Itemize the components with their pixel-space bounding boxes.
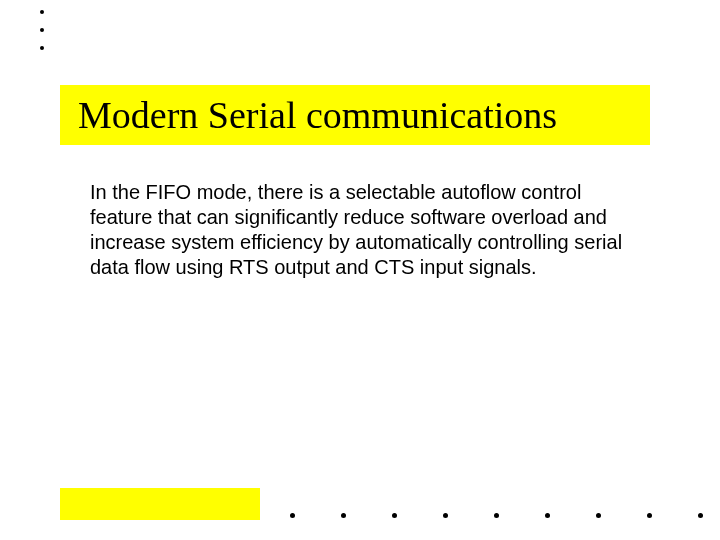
dot-icon: [494, 513, 499, 518]
slide-title: Modern Serial communications: [78, 93, 557, 137]
dot-icon: [290, 513, 295, 518]
title-highlight-bar: Modern Serial communications: [60, 85, 650, 145]
bottom-decorative-dots: [290, 513, 703, 518]
dot-icon: [545, 513, 550, 518]
dot-icon: [40, 46, 44, 50]
dot-icon: [647, 513, 652, 518]
bottom-highlight-bar: [60, 488, 260, 520]
dot-icon: [596, 513, 601, 518]
dot-icon: [392, 513, 397, 518]
dot-icon: [40, 28, 44, 32]
dot-icon: [698, 513, 703, 518]
dot-icon: [40, 10, 44, 14]
slide-body-text: In the FIFO mode, there is a selectable …: [90, 180, 630, 280]
dot-icon: [341, 513, 346, 518]
dot-icon: [443, 513, 448, 518]
top-decorative-dots: [40, 10, 44, 50]
